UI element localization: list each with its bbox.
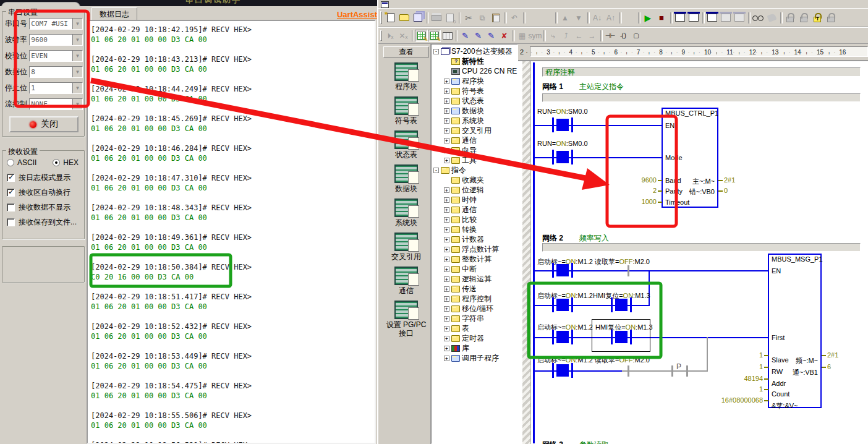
receive-checkbox[interactable]: 接收区自动换行 [7, 187, 83, 198]
receive-checkbox[interactable]: 接收数据不显示 [7, 202, 83, 213]
checkbox-icon[interactable] [7, 203, 15, 211]
toolbar-button[interactable]: ⊣⊢ [603, 30, 616, 42]
open-contact-read1[interactable] [628, 265, 629, 276]
contact-start2[interactable] [556, 299, 569, 311]
toolbar-button[interactable]: ▼ [572, 11, 585, 25]
toolbar-button[interactable]: ⤴ [560, 30, 572, 42]
toolbar-button[interactable] [428, 30, 441, 42]
p-contact-right-bar[interactable] [686, 365, 688, 377]
serial-field-select[interactable]: 9600 ▼ [29, 34, 83, 46]
tree-expander[interactable]: + [444, 98, 449, 104]
mbus-ctrl-block[interactable]: MBUS_CTRL_P1 EN Mode Baud Parity Timeout… [662, 108, 718, 208]
ladder-canvas[interactable]: 程序注释 网络 1主站定义指令 RUN=ON:SM0.0 RUN=ON:SM0.… [518, 60, 868, 444]
navigation-item[interactable]: 交叉引用 [383, 233, 429, 261]
msg-rw-value[interactable]: 1 [702, 363, 763, 370]
toolbar-button[interactable]: ✘ [498, 30, 511, 42]
navigation-item[interactable]: 系统块 [383, 199, 429, 227]
tree-item[interactable]: - S7-200台达变频器 [432, 46, 517, 56]
toolbar-button[interactable] [733, 11, 746, 25]
toolbar-button[interactable] [489, 11, 503, 25]
tree-expander[interactable]: - [433, 49, 439, 54]
tree-item[interactable]: + 向导 [432, 145, 517, 155]
toolbar-button[interactable]: ▢ [629, 30, 642, 42]
msg-count-value[interactable]: 1 [702, 385, 763, 393]
receive-checkbox[interactable]: 接收保存到文件... [7, 217, 83, 228]
toolbar-button[interactable]: ✕ₓ [397, 30, 410, 42]
chevron-down-icon[interactable]: ▼ [72, 67, 82, 77]
tree-item[interactable]: + 逻辑运算 [432, 274, 517, 284]
ctrl-baud-value[interactable]: 9600 [596, 176, 657, 184]
msg-out1-value[interactable]: 2#1 [827, 351, 838, 359]
toolbar-button[interactable] [673, 11, 687, 25]
tree-item[interactable]: + 中断 [432, 264, 517, 274]
msg-slave-value[interactable]: 1 [702, 351, 763, 359]
tree-item[interactable]: + 系统块 [432, 116, 517, 126]
toolbar-button[interactable]: ↶ [508, 11, 521, 25]
toolbar-button[interactable]: A↑ [604, 11, 618, 25]
tree-item[interactable]: + 传送 [432, 284, 517, 294]
p-contact-left-bar[interactable] [671, 365, 673, 377]
tree-expander[interactable]: + [444, 247, 449, 252]
checkbox-icon[interactable] [7, 174, 15, 182]
toolbar-button[interactable] [540, 11, 553, 25]
tree-expander[interactable]: + [444, 118, 449, 124]
tree-expander[interactable]: + [444, 217, 449, 223]
network2-comment-bar[interactable] [542, 243, 861, 252]
toolbar-button[interactable] [824, 11, 838, 25]
ctrl-timeout-value[interactable]: 1000 [596, 198, 657, 205]
msg-out2-value[interactable]: 6 [827, 363, 831, 370]
tree-item[interactable]: + 通信 [432, 135, 517, 145]
tree-expander[interactable]: + [444, 356, 449, 361]
tree-item[interactable]: + 转换 [432, 224, 517, 234]
toolbar-button[interactable]: ▶ [641, 11, 655, 25]
contact-hmi1[interactable] [615, 299, 628, 311]
ctrl-parity-value[interactable]: 2 [596, 187, 657, 194]
toolbar-grip[interactable] [380, 11, 382, 23]
tree-item[interactable]: + 位逻辑 [432, 185, 517, 195]
navigation-item[interactable]: 符号表 [383, 96, 429, 125]
tree-expander[interactable]: + [444, 187, 449, 193]
tree-expander[interactable]: + [444, 138, 449, 143]
toolbar-button[interactable] [811, 11, 824, 25]
uartassist-brand-link[interactable]: UartAssist [337, 10, 377, 19]
toolbar-button[interactable] [443, 11, 457, 25]
toolbar-button[interactable]: ⏵ₓ [384, 30, 397, 42]
tree-item[interactable]: + 通信 [432, 205, 517, 215]
tree-expander[interactable]: + [444, 227, 449, 233]
ctrl-out1-value[interactable]: 2#1 [724, 176, 735, 184]
toolbar-button[interactable]: -( ) [616, 30, 629, 42]
tree-expander[interactable]: + [444, 197, 449, 203]
tree-item[interactable]: + 字符串 [432, 314, 517, 323]
tree-item[interactable]: CPU 226 CN RE [432, 66, 517, 76]
toolbar-button[interactable] [765, 11, 778, 25]
tree-item[interactable]: + 工具 [432, 155, 517, 165]
radio-hex[interactable]: HEX [53, 158, 79, 167]
tree-expander[interactable]: + [444, 286, 449, 292]
chevron-down-icon[interactable]: ▼ [72, 51, 82, 61]
tree-expander[interactable]: + [444, 257, 449, 262]
contact-start3[interactable] [556, 331, 569, 343]
toolbar-button[interactable] [705, 11, 719, 25]
tree-expander[interactable]: + [444, 108, 449, 114]
tree-item[interactable]: - 指令 [432, 165, 517, 175]
toolbar-button[interactable] [751, 11, 765, 25]
toolbar-button[interactable] [411, 11, 425, 25]
toolbar-button[interactable] [398, 11, 411, 25]
toolbar-button[interactable]: ⧉ [475, 11, 489, 25]
radio-ascii[interactable]: ASCII [7, 158, 36, 167]
open-contact-read2[interactable] [628, 365, 629, 377]
serial-field-select[interactable]: NONE ▼ [29, 98, 83, 110]
checkbox-icon[interactable] [7, 218, 15, 226]
tree-item[interactable]: + 整数计算 [432, 254, 517, 264]
tree-item[interactable]: + 比较 [432, 215, 517, 224]
tree-item[interactable]: + 状态表 [432, 96, 517, 106]
toolbar-grip2[interactable] [380, 30, 382, 41]
toolbar-button[interactable]: ▲ [558, 11, 572, 25]
tree-expander[interactable]: + [444, 237, 449, 242]
toolbar-button[interactable]: → [585, 30, 598, 42]
tree-item[interactable]: + 计数器 [432, 234, 517, 244]
tree-expander[interactable]: + [444, 267, 449, 272]
tree-item[interactable]: + 库 [432, 343, 517, 353]
receive-checkbox[interactable]: 按日志模式显示 [7, 173, 83, 183]
tree-item[interactable]: + 浮点数计算 [432, 244, 517, 254]
